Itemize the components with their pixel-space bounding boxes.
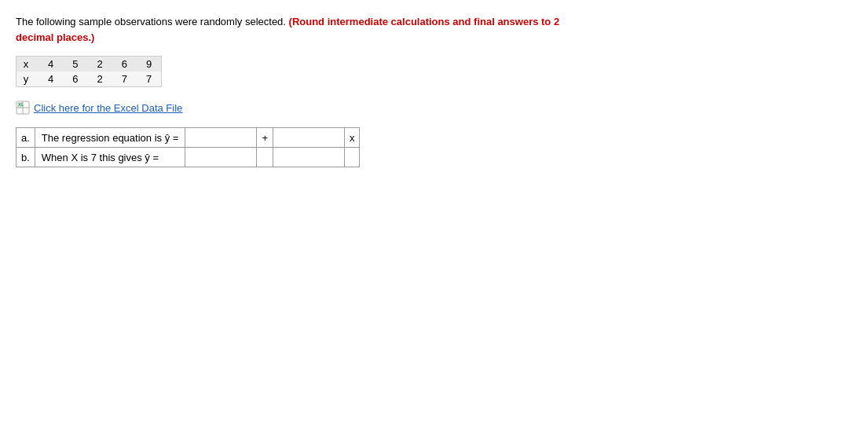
intro-paragraph: The following sample observations were r… [16,14,566,45]
table-row-y: y 4 6 2 7 7 [16,72,161,86]
y-label: y [16,72,38,86]
x-label: x [16,57,38,72]
answer-table: a. The regression equation is ŷ = + x b.… [16,127,360,167]
x-val-5: 9 [137,57,161,72]
regression-intercept-input[interactable] [185,128,256,147]
svg-text:XL: XL [18,102,24,107]
x-val-3: 2 [87,57,112,72]
table-row-x: x 4 5 2 6 9 [16,57,161,72]
plus-sign: + [257,128,273,148]
empty-input [273,148,344,167]
y-val-3: 2 [87,72,112,86]
question-cell-b: When X is 7 this gives ŷ = [35,148,185,167]
prediction-input[interactable] [185,148,256,167]
x-val-1: 4 [38,57,63,72]
excel-link[interactable]: Click here for the Excel Data File [34,102,182,114]
question-cell-a: The regression equation is ŷ = [35,128,185,148]
empty-suffix [344,148,360,167]
excel-link-row[interactable]: XL Click here for the Excel Data File [16,101,852,115]
row-label-a: a. [16,128,35,148]
x-val-2: 5 [63,57,87,72]
excel-icon: XL [16,101,30,115]
row-label-b: b. [16,148,35,167]
intro-normal-text: The following sample observations were r… [16,16,286,28]
y-val-2: 6 [63,72,87,86]
data-table: x 4 5 2 6 9 y 4 6 2 7 7 [16,57,161,86]
y-val-1: 4 [38,72,63,86]
regression-slope-input[interactable] [273,128,344,147]
x-val-4: 6 [112,57,137,72]
y-val-4: 7 [112,72,137,86]
answer-row-a: a. The regression equation is ŷ = + x [16,128,360,148]
y-val-5: 7 [137,72,161,86]
data-table-wrapper: x 4 5 2 6 9 y 4 6 2 7 7 [16,56,162,87]
input-cell-a1[interactable] [185,128,257,148]
input-cell-b1[interactable] [185,148,257,167]
x-suffix: x [344,128,360,148]
answer-row-b: b. When X is 7 this gives ŷ = [16,148,360,167]
empty-plus [257,148,273,167]
input-cell-a2[interactable] [273,128,344,148]
